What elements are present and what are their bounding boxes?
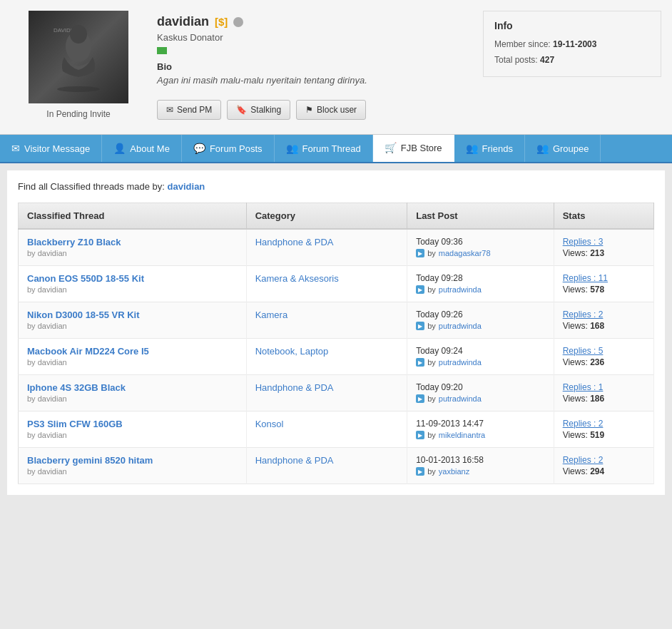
last-post-time: Today 09:36 [416, 237, 544, 247]
col-header-last-post: Last Post [407, 203, 554, 230]
badge-dollar: [$] [215, 16, 228, 28]
last-poster-link[interactable]: putradwinda [439, 358, 482, 367]
replies-link[interactable]: Replies : 2 [563, 419, 645, 429]
last-poster-link[interactable]: mikeldinantra [439, 431, 485, 439]
last-post-cell: 10-01-2013 16:58▶by yaxbianz [407, 448, 554, 484]
thread-title-link[interactable]: Nikon D3000 18-55 VR Kit [27, 310, 238, 320]
thread-title-cell: PS3 Slim CFW 160GBby davidian [19, 411, 247, 448]
tab-friends[interactable]: 👥Friends [454, 135, 525, 162]
category-cell: Handphone & PDA [246, 375, 407, 411]
category-link[interactable]: Konsol [255, 419, 284, 429]
table-row: Iphone 4S 32GB Blackby davidianHandphone… [19, 375, 654, 411]
svg-point-3 [57, 86, 100, 92]
last-poster-link[interactable]: yaxbianz [439, 467, 469, 476]
category-link[interactable]: Kamera [255, 310, 288, 320]
thread-title-cell: Macbook Air MD224 Core I5by davidian [19, 339, 247, 375]
last-poster-link[interactable]: putradwinda [439, 322, 482, 330]
last-poster-link[interactable]: putradwinda [439, 394, 482, 403]
find-all-text: Find all Classified threads made by: dav… [18, 181, 654, 192]
replies-link[interactable]: Replies : 11 [563, 273, 645, 283]
member-since-row: Member since: 19-11-2003 [494, 37, 650, 53]
table-header: Classified ThreadCategoryLast PostStats [19, 203, 654, 230]
views-count: Views: 168 [563, 321, 645, 331]
table-row: Nikon D3000 18-55 VR Kitby davidianKamer… [19, 302, 654, 339]
bio-text: Agan ini masih malu-malu nyeritain tenta… [157, 75, 472, 86]
category-cell: Handphone & PDA [246, 448, 407, 484]
post-arrow-icon: ▶ [416, 358, 424, 367]
stats-cell: Replies : 1Views: 186 [554, 375, 653, 411]
thread-title-link[interactable]: Blackberry Z10 Black [27, 237, 238, 247]
action-buttons: ✉ Send PM 🔖 Stalking ⚑ Block user [157, 100, 472, 120]
thread-title-link[interactable]: Blacberry gemini 8520 hitam [27, 455, 238, 466]
tab-about-me[interactable]: 👤About Me [102, 135, 182, 162]
send-pm-button[interactable]: ✉ Send PM [157, 100, 221, 120]
about-me-icon: 👤 [113, 143, 126, 154]
table-body: Blackberry Z10 Blackby davidianHandphone… [19, 229, 654, 484]
info-box: Info Member since: 19-11-2003 Total post… [483, 11, 661, 77]
block-user-button[interactable]: ⚑ Block user [296, 100, 366, 120]
last-post-cell: Today 09:26▶by putradwinda [407, 302, 554, 339]
col-header-category: Category [246, 203, 407, 230]
total-posts-row: Total posts: 427 [494, 53, 650, 68]
thread-title-link[interactable]: Canon EOS 550D 18-55 Kit [27, 273, 238, 284]
category-cell: Notebook, Laptop [246, 339, 407, 375]
stalking-button[interactable]: 🔖 Stalking [227, 100, 290, 120]
thread-title-link[interactable]: PS3 Slim CFW 160GB [27, 419, 238, 429]
visitor-message-icon: ✉ [11, 143, 20, 154]
reputation-bar [157, 47, 167, 54]
thread-author: by davidian [27, 358, 238, 367]
last-post-time: Today 09:20 [416, 382, 544, 392]
find-all-user-link[interactable]: davidian [168, 181, 205, 192]
stats-cell: Replies : 3Views: 213 [554, 229, 653, 266]
bio-label: Bio [157, 61, 472, 72]
groupee-icon: 👥 [536, 143, 549, 154]
tab-visitor-message[interactable]: ✉Visitor Message [0, 135, 102, 162]
thread-author: by davidian [27, 467, 238, 476]
thread-title-link[interactable]: Iphone 4S 32GB Black [27, 382, 238, 393]
last-post-by: ▶by mikeldinantra [416, 431, 544, 439]
replies-link[interactable]: Replies : 2 [563, 310, 645, 319]
views-count: Views: 294 [563, 466, 645, 476]
thread-title-link[interactable]: Macbook Air MD224 Core I5 [27, 346, 238, 357]
svg-point-2 [70, 25, 87, 44]
last-poster-link[interactable]: putradwinda [439, 285, 482, 294]
block-icon: ⚑ [305, 105, 313, 115]
forum-posts-icon: 💬 [193, 143, 205, 154]
classified-table: Classified ThreadCategoryLast PostStats … [18, 203, 654, 484]
category-cell: Handphone & PDA [246, 229, 407, 266]
category-link[interactable]: Handphone & PDA [255, 382, 334, 393]
thread-author: by davidian [27, 249, 238, 257]
last-post-time: Today 09:28 [416, 273, 544, 283]
tab-forum-thread[interactable]: 👥Forum Thread [275, 135, 373, 162]
replies-link[interactable]: Replies : 2 [563, 455, 645, 465]
category-link[interactable]: Notebook, Laptop [255, 346, 329, 357]
thread-author: by davidian [27, 431, 238, 439]
category-link[interactable]: Handphone & PDA [255, 455, 334, 466]
avatar-area: DAVIDIAN In Pending Invite [11, 11, 146, 123]
views-count: Views: 578 [563, 285, 645, 295]
replies-link[interactable]: Replies : 3 [563, 237, 645, 247]
bookmark-icon: 🔖 [236, 105, 247, 115]
username: davidian [157, 14, 209, 29]
tab-forum-posts[interactable]: 💬Forum Posts [182, 135, 275, 162]
category-cell: Kamera & Aksesoris [246, 266, 407, 302]
info-box-title: Info [494, 20, 650, 31]
post-arrow-icon: ▶ [416, 285, 424, 294]
forum-posts-label: Forum Posts [210, 143, 263, 154]
pending-invite-label: In Pending Invite [46, 109, 110, 119]
tab-groupee[interactable]: 👥Groupee [525, 135, 601, 162]
last-poster-link[interactable]: madagaskar78 [439, 249, 491, 257]
thread-title-cell: Nikon D3000 18-55 VR Kitby davidian [19, 302, 247, 339]
replies-link[interactable]: Replies : 5 [563, 346, 645, 356]
main-content: Find all Classified threads made by: dav… [7, 170, 665, 495]
thread-title-cell: Canon EOS 550D 18-55 Kitby davidian [19, 266, 247, 302]
profile-section: DAVIDIAN In Pending Invite davidian [$] … [0, 0, 672, 135]
thread-title-cell: Iphone 4S 32GB Blackby davidian [19, 375, 247, 411]
table-row: Canon EOS 550D 18-55 Kitby davidianKamer… [19, 266, 654, 302]
category-link[interactable]: Handphone & PDA [255, 237, 334, 247]
category-link[interactable]: Kamera & Aksesoris [255, 273, 339, 284]
tab-fjb-store[interactable]: 🛒FJB Store [373, 135, 454, 162]
last-post-time: Today 09:24 [416, 346, 544, 356]
stats-cell: Replies : 2Views: 294 [554, 448, 653, 484]
replies-link[interactable]: Replies : 1 [563, 382, 645, 392]
